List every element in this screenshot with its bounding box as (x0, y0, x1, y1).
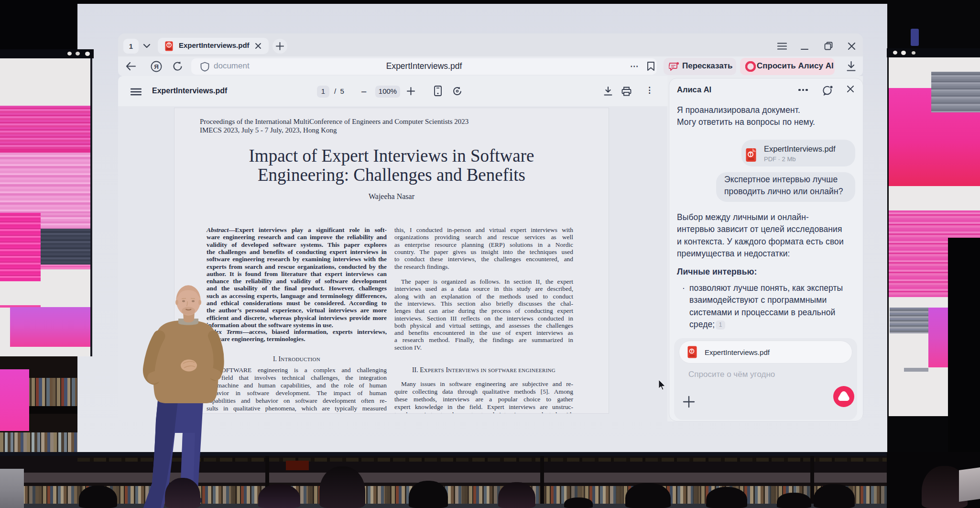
svg-text:Я: Я (154, 63, 159, 70)
